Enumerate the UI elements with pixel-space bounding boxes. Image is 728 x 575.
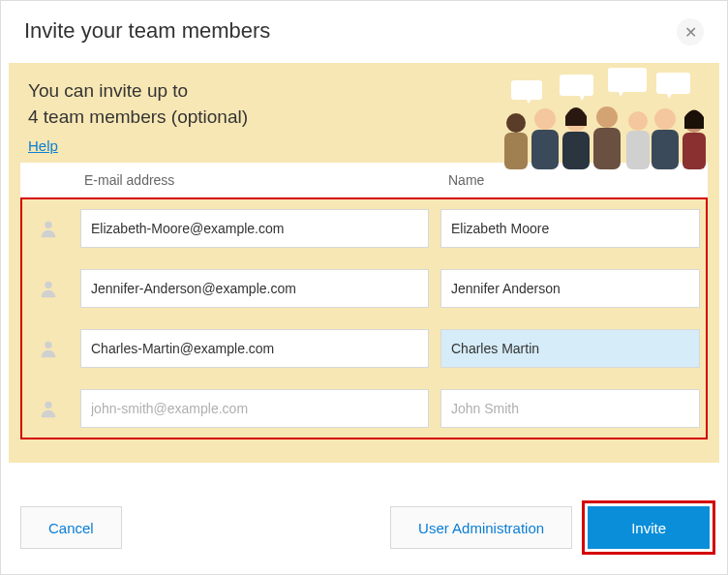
svg-point-18 [654, 108, 676, 130]
name-field[interactable] [440, 209, 700, 248]
svg-rect-2 [560, 75, 593, 96]
svg-rect-15 [593, 128, 621, 169]
row-icon-cell [22, 278, 75, 299]
dialog-content: You can invite up to 4 team members (opt… [9, 63, 719, 463]
svg-point-22 [45, 222, 51, 228]
email-field[interactable] [80, 329, 429, 368]
email-field[interactable] [80, 389, 429, 428]
people-icon [448, 63, 719, 169]
header-email: E-mail address [73, 172, 437, 188]
row-icon-cell [22, 218, 75, 239]
input-rows-highlight [20, 197, 708, 439]
svg-point-14 [596, 106, 618, 128]
table-row [22, 199, 706, 257]
svg-point-23 [45, 282, 51, 288]
svg-rect-9 [504, 133, 528, 169]
user-administration-button[interactable]: User Administration [390, 506, 572, 549]
email-field[interactable] [80, 269, 429, 308]
svg-point-25 [45, 402, 51, 409]
name-field[interactable] [440, 269, 700, 308]
svg-rect-17 [626, 131, 650, 169]
svg-rect-0 [608, 68, 647, 92]
dialog-title: Invite your team members [24, 18, 704, 44]
dialog-header: Invite your team members ✕ [1, 1, 727, 55]
name-field[interactable] [440, 329, 700, 368]
invite-button-highlight: Invite [582, 500, 715, 555]
row-icon-cell [22, 338, 75, 359]
dialog-footer: Cancel User Administration Invite [1, 481, 727, 574]
svg-rect-6 [511, 80, 542, 100]
svg-rect-21 [682, 133, 706, 169]
team-illustration [448, 63, 719, 169]
cancel-button[interactable]: Cancel [20, 506, 122, 549]
info-section: You can invite up to 4 team members (opt… [9, 63, 719, 163]
table-row [22, 379, 706, 438]
svg-point-24 [45, 342, 51, 348]
email-field[interactable] [80, 209, 429, 248]
table-row [22, 319, 706, 378]
close-icon: ✕ [684, 23, 697, 42]
person-icon [38, 398, 59, 419]
help-link[interactable]: Help [28, 137, 58, 154]
name-field[interactable] [440, 389, 700, 428]
invite-button[interactable]: Invite [588, 506, 710, 549]
row-icon-cell [22, 398, 75, 419]
table-row [22, 259, 706, 318]
person-icon [38, 218, 59, 239]
svg-rect-4 [656, 73, 690, 94]
close-button[interactable]: ✕ [677, 18, 704, 45]
svg-marker-1 [618, 90, 624, 97]
svg-rect-19 [652, 130, 679, 169]
header-name: Name [437, 172, 708, 188]
svg-marker-7 [526, 98, 532, 104]
person-icon [38, 338, 59, 359]
invite-table: E-mail address Name [9, 163, 719, 463]
svg-rect-11 [531, 130, 559, 169]
person-icon [38, 278, 59, 299]
svg-point-8 [506, 113, 526, 133]
svg-marker-3 [579, 94, 586, 101]
svg-point-10 [534, 108, 556, 130]
svg-rect-13 [562, 132, 590, 169]
svg-point-16 [628, 111, 648, 131]
svg-marker-5 [666, 92, 673, 99]
